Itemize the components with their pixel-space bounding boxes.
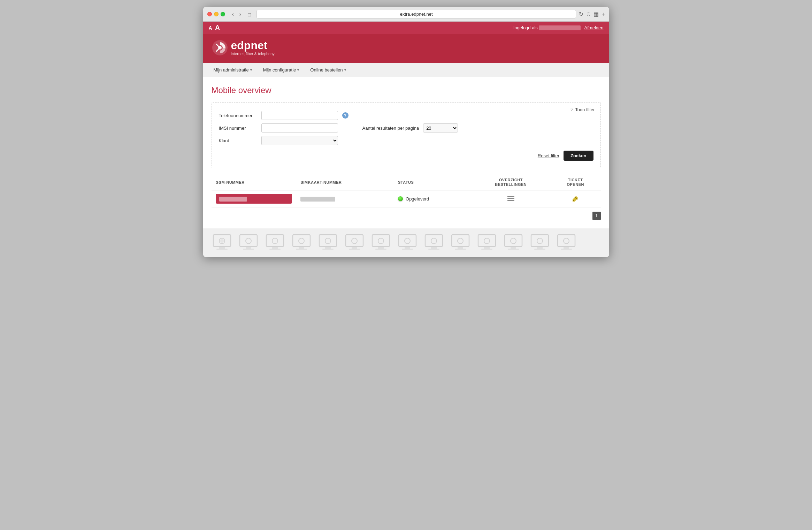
svg-rect-16 bbox=[272, 247, 278, 249]
ticket-cell[interactable] bbox=[550, 190, 601, 207]
new-tab-button[interactable]: ▦ bbox=[593, 11, 599, 17]
forward-button[interactable]: › bbox=[238, 10, 243, 18]
svg-rect-13 bbox=[243, 249, 254, 250]
search-button[interactable]: Zoeken bbox=[564, 151, 593, 161]
col-gsm: GSM-NUMMER bbox=[212, 175, 297, 190]
svg-point-5 bbox=[573, 200, 574, 201]
svg-rect-47 bbox=[478, 235, 496, 247]
svg-rect-17 bbox=[269, 249, 281, 250]
col-status: STATUS bbox=[394, 175, 472, 190]
svg-point-46 bbox=[458, 238, 463, 244]
svg-rect-48 bbox=[484, 247, 490, 249]
svg-rect-15 bbox=[266, 235, 284, 247]
toon-filter-button[interactable]: ▿ Toon filter bbox=[570, 107, 595, 112]
username-display bbox=[539, 25, 581, 30]
minimize-button[interactable] bbox=[214, 12, 219, 16]
imsi-input[interactable] bbox=[261, 123, 338, 132]
font-small-button[interactable]: A bbox=[209, 25, 212, 31]
data-table: GSM-NUMMER SIMKAART-NUMMER STATUS OVERZI… bbox=[212, 175, 601, 207]
maximize-button[interactable] bbox=[221, 12, 225, 16]
svg-rect-25 bbox=[322, 249, 334, 250]
svg-rect-59 bbox=[558, 235, 575, 247]
sim-blurred bbox=[300, 197, 335, 202]
monitor-icon-5 bbox=[317, 234, 338, 251]
monitor-icon-3 bbox=[265, 234, 285, 251]
gsm-blurred bbox=[219, 197, 247, 202]
aantal-select[interactable]: 20 50 100 bbox=[423, 123, 458, 132]
nav-arrow-icon: ▾ bbox=[250, 68, 252, 72]
page-number-1[interactable]: 1 bbox=[592, 212, 601, 220]
filter-right: Aantal resultaten per pagina 20 50 100 bbox=[362, 111, 458, 145]
page-title: Mobile overview bbox=[212, 85, 601, 95]
klant-select[interactable] bbox=[261, 136, 338, 145]
font-controls: A A bbox=[209, 24, 220, 32]
svg-rect-43 bbox=[452, 235, 469, 247]
filter-icon: ▿ bbox=[570, 107, 573, 112]
col-overzicht: OVERZICHT BESTELLINGEN bbox=[472, 175, 550, 190]
table-body: Opgeleverd bbox=[212, 190, 601, 207]
reload-button[interactable]: ↻ bbox=[579, 11, 583, 17]
overzicht-icon[interactable] bbox=[476, 196, 546, 202]
svg-point-42 bbox=[431, 238, 437, 244]
svg-rect-60 bbox=[564, 247, 569, 249]
svg-rect-33 bbox=[375, 249, 386, 250]
svg-point-22 bbox=[299, 238, 304, 244]
svg-rect-51 bbox=[505, 235, 522, 247]
filter-actions: Reset filter Zoeken bbox=[219, 151, 593, 161]
svg-rect-28 bbox=[352, 247, 357, 249]
status-cell: Opgeleverd bbox=[394, 190, 472, 207]
svg-rect-45 bbox=[455, 249, 466, 250]
svg-rect-61 bbox=[561, 249, 572, 250]
footer-icons bbox=[203, 228, 609, 257]
table-header: GSM-NUMMER SIMKAART-NUMMER STATUS OVERZI… bbox=[212, 175, 601, 190]
svg-rect-29 bbox=[349, 249, 360, 250]
reset-filter-button[interactable]: Reset filter bbox=[538, 153, 559, 158]
filter-box: ▿ Toon filter Telefoonnummer ? IMSI numm… bbox=[212, 102, 601, 168]
nav-mijn-configuratie[interactable]: Mijn configuratie ▾ bbox=[258, 63, 304, 77]
gsm-cell[interactable] bbox=[212, 190, 297, 207]
logout-link[interactable]: Afmelden bbox=[584, 25, 604, 30]
svg-rect-2 bbox=[507, 196, 514, 197]
nav-online-bestellen-label: Online bestellen bbox=[310, 67, 343, 73]
telefoonnummer-help-icon[interactable]: ? bbox=[342, 112, 348, 119]
traffic-lights bbox=[207, 12, 225, 16]
monitor-icon-11 bbox=[476, 234, 497, 251]
svg-rect-4 bbox=[507, 200, 514, 201]
svg-rect-57 bbox=[534, 249, 545, 250]
svg-rect-36 bbox=[405, 247, 410, 249]
edpnet-logo-icon bbox=[212, 39, 228, 56]
svg-rect-19 bbox=[293, 235, 310, 247]
font-large-button[interactable]: A bbox=[215, 24, 220, 32]
share-button[interactable]: ⇫ bbox=[586, 11, 591, 17]
svg-point-50 bbox=[484, 238, 490, 244]
klant-row: Klant bbox=[219, 136, 348, 145]
address-bar[interactable]: extra.edpnet.net bbox=[256, 10, 576, 18]
col-sim: SIMKAART-NUMMER bbox=[296, 175, 394, 190]
monitor-icon-6 bbox=[344, 234, 365, 251]
sidebar-toggle-button[interactable]: ◻ bbox=[245, 11, 254, 18]
imsi-label: IMSI nummer bbox=[219, 126, 257, 131]
telefoonnummer-row: Telefoonnummer ? bbox=[219, 111, 348, 120]
main-nav: Mijn administratie ▾ Mijn configuratie ▾… bbox=[203, 63, 609, 77]
svg-point-38 bbox=[405, 238, 410, 244]
logo-container: edpnet internet, fiber & telephony bbox=[212, 39, 601, 56]
svg-rect-37 bbox=[402, 249, 413, 250]
svg-rect-8 bbox=[219, 247, 225, 249]
svg-rect-31 bbox=[372, 235, 390, 247]
ticket-icon[interactable] bbox=[554, 195, 597, 202]
nav-mijn-administratie[interactable]: Mijn administratie ▾ bbox=[209, 63, 257, 77]
svg-point-18 bbox=[272, 238, 278, 244]
gsm-value[interactable] bbox=[216, 194, 292, 204]
svg-rect-27 bbox=[346, 235, 363, 247]
close-button[interactable] bbox=[207, 12, 212, 16]
add-tab-button[interactable]: + bbox=[602, 11, 605, 17]
svg-point-58 bbox=[537, 238, 543, 244]
monitor-icon-1 bbox=[212, 234, 232, 251]
svg-rect-11 bbox=[240, 235, 257, 247]
browser-window: ‹ › ◻ extra.edpnet.net ↻ ⇫ ▦ + A A Ingel… bbox=[203, 7, 609, 257]
overzicht-cell[interactable] bbox=[472, 190, 550, 207]
back-button[interactable]: ‹ bbox=[231, 10, 235, 18]
nav-online-bestellen[interactable]: Online bestellen ▾ bbox=[305, 63, 351, 77]
filter-left: Telefoonnummer ? IMSI nummer Klant bbox=[219, 111, 348, 145]
telefoonnummer-input[interactable] bbox=[261, 111, 338, 120]
